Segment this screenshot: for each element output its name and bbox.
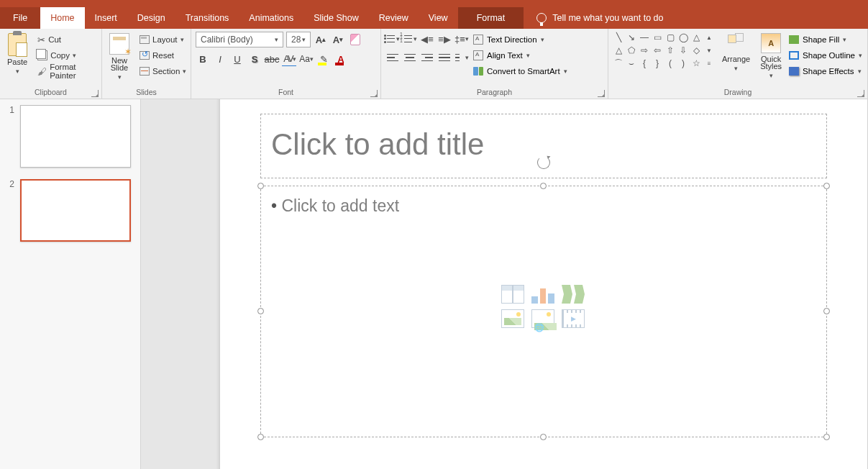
convert-smartart-button[interactable]: Convert to SmartArt	[473, 63, 567, 79]
title-text[interactable]: Click to add title	[271, 127, 484, 161]
columns-icon	[454, 52, 465, 63]
align-left-button[interactable]	[385, 50, 400, 65]
gallery-down-icon[interactable]: ▼	[703, 45, 715, 56]
shape-arrow-icon[interactable]: ↘	[626, 32, 637, 43]
thumb-preview[interactable]	[20, 179, 131, 242]
increase-indent-button[interactable]: ≡▶	[437, 32, 452, 46]
group-slides: New Slide Layout Reset Section Slides	[102, 29, 191, 99]
drawing-launcher[interactable]	[857, 90, 864, 97]
tab-animations[interactable]: Animations	[239, 7, 303, 29]
shape-rrect-icon[interactable]: ▢	[664, 32, 676, 43]
selection-handle[interactable]	[540, 183, 547, 189]
tab-design[interactable]: Design	[127, 7, 175, 29]
cut-button[interactable]: ✂Cut	[35, 32, 97, 47]
gallery-more-icon[interactable]: ≡	[703, 58, 715, 69]
align-text-button[interactable]: Align Text	[473, 47, 567, 63]
tab-transitions[interactable]: Transitions	[175, 7, 239, 29]
slide[interactable]: Click to add title Click to add text	[220, 99, 867, 469]
selection-handle[interactable]	[257, 308, 264, 314]
thumb-number: 2	[7, 179, 14, 242]
layout-button[interactable]: Layout	[137, 32, 189, 47]
text-shadow-button[interactable]: S	[247, 52, 262, 66]
insert-video-icon[interactable]	[562, 309, 585, 328]
shape-line-icon[interactable]: ╲	[613, 32, 624, 43]
italic-button[interactable]: I	[213, 52, 227, 66]
selection-handle[interactable]	[823, 434, 830, 440]
content-placeholder[interactable]: Click to add text	[260, 186, 827, 437]
paste-label: Paste	[7, 58, 27, 66]
selection-handle[interactable]	[823, 308, 830, 314]
change-case-button[interactable]: Aa	[299, 52, 314, 66]
format-painter-button[interactable]: 🖌Format Painter	[35, 63, 97, 79]
insert-table-icon[interactable]	[501, 285, 524, 304]
tab-slideshow[interactable]: Slide Show	[303, 7, 369, 29]
paste-button[interactable]: Paste	[4, 32, 30, 76]
reset-button[interactable]: Reset	[137, 47, 189, 63]
line-spacing-button[interactable]: ‡≡	[454, 32, 469, 46]
tab-format[interactable]: Format	[458, 7, 524, 29]
tab-file[interactable]: File	[0, 7, 40, 29]
justify-button[interactable]	[437, 50, 452, 65]
char-spacing-button[interactable]: AV	[282, 52, 296, 66]
arrange-button[interactable]: Arrange	[719, 32, 753, 73]
clipboard-launcher[interactable]	[91, 90, 99, 97]
content-text[interactable]: Click to add text	[271, 196, 399, 215]
numbering-button[interactable]	[403, 32, 417, 46]
strikethrough-button[interactable]: abc	[265, 52, 279, 66]
highlight-button[interactable]: ✎	[316, 52, 331, 66]
tab-home[interactable]: Home	[40, 7, 84, 29]
shapes-gallery[interactable]: ╲↘—▭▢◯△▲ △⬠⇨⇦⇧⇩◇▼ ⌒⌣{}()☆≡	[613, 32, 715, 69]
text-direction-button[interactable]: Text Direction	[473, 32, 567, 47]
gallery-up-icon[interactable]: ▲	[703, 32, 715, 43]
insert-picture-icon[interactable]	[501, 309, 524, 328]
columns-button[interactable]	[454, 50, 469, 65]
selection-handle[interactable]	[257, 183, 264, 189]
insert-chart-icon[interactable]	[531, 285, 554, 304]
clear-formatting-button[interactable]	[348, 32, 362, 47]
thumbnail-2[interactable]: 2	[7, 179, 133, 242]
underline-button[interactable]: U	[230, 52, 245, 66]
shape-oval-icon[interactable]: ◯	[677, 32, 689, 43]
selection-handle[interactable]	[823, 183, 830, 189]
thumbnail-1[interactable]: 1	[7, 105, 133, 168]
new-slide-button[interactable]: New Slide	[106, 32, 132, 82]
font-launcher[interactable]	[370, 90, 378, 97]
selection-handle[interactable]	[257, 434, 264, 440]
thumb-preview[interactable]	[20, 105, 131, 168]
slide-thumbnail-panel[interactable]: 1 2	[0, 99, 141, 469]
shape-fill-button[interactable]: Shape Fill	[789, 32, 862, 47]
grow-font-button[interactable]: A▴	[314, 32, 328, 47]
font-size-box[interactable]: 28▾	[286, 32, 311, 47]
align-right-button[interactable]	[420, 50, 434, 65]
group-label-paragraph: Paragraph	[381, 86, 608, 99]
shape-outline-button[interactable]: Shape Outline	[789, 47, 862, 63]
tab-review[interactable]: Review	[369, 7, 419, 29]
shape-star-icon[interactable]: ☆	[690, 58, 702, 69]
selection-handle[interactable]	[540, 434, 547, 440]
arrange-icon	[726, 33, 746, 53]
align-text-icon	[473, 50, 483, 60]
copy-button[interactable]: Copy	[35, 47, 97, 63]
paragraph-launcher[interactable]	[598, 90, 605, 97]
bullets-button[interactable]	[385, 32, 400, 46]
shrink-font-button[interactable]: A▾	[331, 32, 345, 47]
shape-effects-button[interactable]: Shape Effects	[789, 63, 862, 79]
tell-me-search[interactable]: Tell me what you want to do	[524, 7, 676, 29]
slide-canvas[interactable]: Click to add title Click to add text	[141, 99, 868, 469]
tab-insert[interactable]: Insert	[85, 7, 127, 29]
text-direction-icon	[473, 35, 483, 45]
decrease-indent-button[interactable]: ◀≡	[420, 32, 434, 46]
tab-view[interactable]: View	[419, 7, 458, 29]
bold-button[interactable]: B	[196, 52, 210, 66]
section-button[interactable]: Section	[137, 63, 189, 79]
font-name-box[interactable]: Calibri (Body)▾	[196, 32, 283, 47]
quick-styles-button[interactable]: Quick Styles	[757, 32, 785, 81]
insert-online-picture-icon[interactable]	[531, 309, 554, 328]
rotate-handle-icon[interactable]	[537, 156, 550, 169]
insert-smartart-icon[interactable]	[562, 285, 585, 304]
font-color-button[interactable]: A	[334, 52, 348, 66]
align-center-button[interactable]	[403, 50, 417, 65]
shape-rect-icon[interactable]: ▭	[652, 32, 663, 43]
shape-tri-icon[interactable]: △	[690, 32, 702, 43]
line-spacing-icon: ‡≡	[454, 34, 465, 45]
